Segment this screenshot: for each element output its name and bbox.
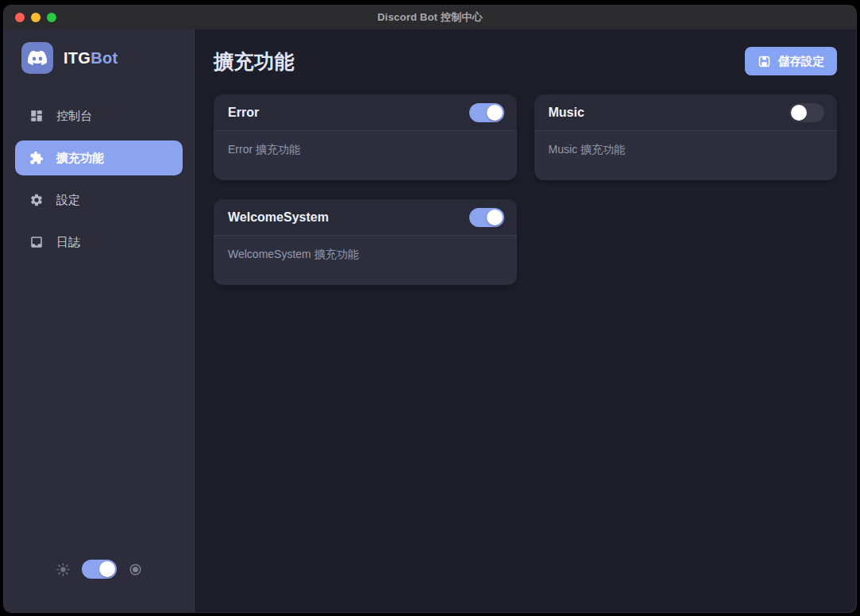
page-title: 擴充功能 xyxy=(214,48,295,75)
sidebar-item-settings[interactable]: 設定 xyxy=(15,183,183,218)
extension-card-welcomesystem: WelcomeSystem WelcomeSystem 擴充功能 xyxy=(214,199,517,285)
extension-cards: Error Error 擴充功能 Music Music 擴充功能 xyxy=(214,94,837,285)
discord-icon xyxy=(21,42,53,74)
app-window: Discord Bot 控制中心 ITGBot 控制台 xyxy=(3,5,857,613)
titlebar: Discord Bot 控制中心 xyxy=(4,6,856,29)
theme-toggle[interactable] xyxy=(82,560,117,579)
minimize-button[interactable] xyxy=(31,13,40,22)
sidebar: ITGBot 控制台 擴充功能 xyxy=(4,29,195,612)
sidebar-item-label: 控制台 xyxy=(56,109,92,124)
extension-name: WelcomeSystem xyxy=(228,210,329,225)
extension-toggle-music[interactable] xyxy=(789,103,824,122)
sun-icon xyxy=(56,562,71,577)
toggle-knob xyxy=(791,105,807,121)
puzzle-icon xyxy=(29,151,44,165)
app-logo: ITGBot xyxy=(15,42,183,74)
extension-name: Music xyxy=(549,106,584,120)
logs-icon xyxy=(29,235,44,249)
extension-description: Error 擴充功能 xyxy=(214,131,517,180)
dashboard-icon xyxy=(29,109,44,123)
sidebar-item-label: 日誌 xyxy=(56,235,80,250)
main-header: 擴充功能 儲存設定 xyxy=(214,47,837,75)
sidebar-item-extensions[interactable]: 擴充功能 xyxy=(15,141,183,175)
close-button[interactable] xyxy=(15,13,25,22)
sidebar-item-dashboard[interactable]: 控制台 xyxy=(15,98,183,133)
toggle-knob xyxy=(487,105,503,121)
card-header: WelcomeSystem xyxy=(214,199,517,236)
save-button-label: 儲存設定 xyxy=(778,54,824,69)
gear-icon xyxy=(29,193,44,207)
sidebar-item-label: 擴充功能 xyxy=(56,151,104,166)
toggle-knob xyxy=(487,210,503,225)
card-header: Error xyxy=(214,94,517,131)
dark-mode-icon xyxy=(128,562,143,577)
theme-switcher xyxy=(15,560,183,579)
sidebar-item-logs[interactable]: 日誌 xyxy=(15,225,183,260)
extension-card-error: Error Error 擴充功能 xyxy=(214,94,517,180)
save-icon xyxy=(758,55,771,68)
brand-name: ITGBot xyxy=(64,49,118,67)
card-header: Music xyxy=(534,94,838,131)
toggle-knob xyxy=(99,561,115,577)
extension-description: WelcomeSystem 擴充功能 xyxy=(214,236,517,285)
sidebar-item-label: 設定 xyxy=(56,193,80,208)
traffic-lights xyxy=(15,6,56,29)
sidebar-nav: 控制台 擴充功能 設定 xyxy=(15,98,183,267)
save-settings-button[interactable]: 儲存設定 xyxy=(745,47,837,75)
extension-toggle-error[interactable] xyxy=(469,103,504,122)
maximize-button[interactable] xyxy=(47,13,56,22)
extension-toggle-welcomesystem[interactable] xyxy=(469,208,504,227)
main-content: 擴充功能 儲存設定 Error xyxy=(195,29,856,612)
window-title: Discord Bot 控制中心 xyxy=(377,10,482,25)
extension-card-music: Music Music 擴充功能 xyxy=(534,94,838,180)
extension-description: Music 擴充功能 xyxy=(534,131,838,180)
extension-name: Error xyxy=(228,106,259,120)
